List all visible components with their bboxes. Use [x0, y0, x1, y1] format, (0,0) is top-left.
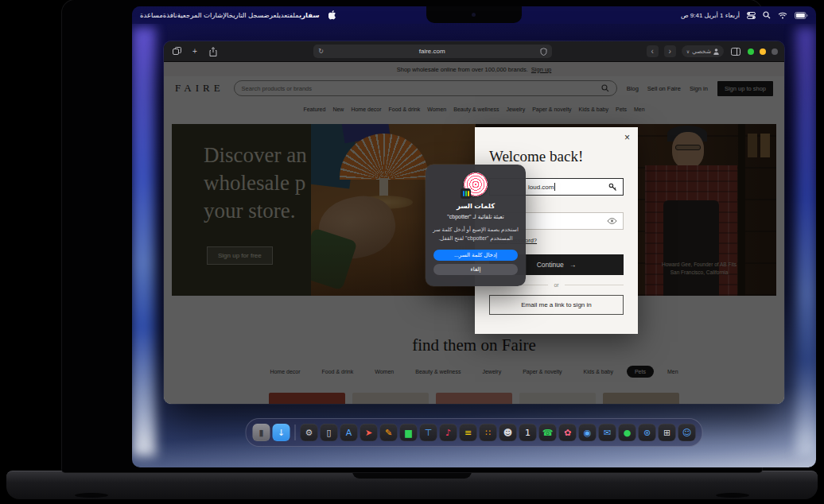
text-caret — [554, 183, 555, 191]
modal-title: Welcome back! — [489, 148, 624, 165]
traffic-light-close[interactable] — [772, 48, 778, 55]
touchid-dialog: كلمات السر تعبئة تلقائية لـ "cbpotter" ا… — [426, 165, 526, 286]
menu-bar-menus: سفاريملفتعديلعرضسجل التاريخالإشارات المر… — [140, 10, 336, 20]
safari-window: + ↻ faire.com ‹ › شخصي — [164, 41, 784, 404]
dock-icon-phone[interactable]: ☎ — [539, 424, 557, 441]
dock-separator — [295, 425, 296, 440]
laptop-foot — [716, 493, 749, 498]
dock-icon-keynote[interactable]: ⊤ — [420, 424, 437, 441]
profile-button[interactable]: شخصي ∨ — [682, 45, 724, 57]
menu-item[interactable]: نافذة — [163, 11, 177, 19]
cancel-button[interactable]: إلغاء — [433, 264, 518, 275]
url-text: faire.com — [324, 48, 540, 55]
traffic-light-zoom[interactable] — [748, 48, 754, 55]
traffic-light-minimize[interactable] — [760, 48, 766, 55]
wallpaper-streak — [132, 27, 156, 456]
dock-apps: ⚙ ▯ A ➤ ✎ ▆ ⊤ ♪ ≡ ∷ — [301, 424, 696, 441]
wallpaper-streak — [795, 27, 816, 456]
dock-icon-downloads-folder[interactable]: ↓ — [273, 424, 290, 441]
safari-toolbar: + ↻ faire.com ‹ › شخصي — [164, 41, 784, 62]
dock-icon-pages[interactable]: ✎ — [380, 424, 398, 441]
camera-dot — [472, 13, 476, 17]
camera-notch — [426, 6, 522, 23]
wifi-icon[interactable] — [778, 12, 787, 19]
dock-icon-finder[interactable]: ☺ — [678, 424, 696, 441]
laptop-foot — [75, 493, 108, 498]
dock-icon-reminders[interactable]: ∷ — [480, 424, 497, 441]
dock-icon-notes[interactable]: ≡ — [460, 424, 477, 441]
dock-icon-app-store[interactable]: A — [340, 424, 358, 441]
dock-icon-stocks[interactable]: ▆ — [400, 424, 418, 441]
dialog-body: استخدم بصمة الإصبع أو أدخل كلمة سر المست… — [426, 226, 526, 242]
email-link-button[interactable]: Email me a link to sign in — [489, 295, 624, 315]
close-icon[interactable]: × — [624, 132, 630, 143]
apple-menu-icon[interactable] — [328, 10, 336, 20]
dialog-subtitle: تعبئة تلقائية لـ "cbpotter" — [426, 214, 526, 220]
dock-icon-maps[interactable]: ◉ — [579, 424, 597, 441]
menu-item[interactable]: الإشارات المرجعية — [177, 11, 229, 19]
address-bar[interactable]: ↻ faire.com — [313, 45, 552, 58]
menu-bar-status: أربعاء 1 أبريل 9:41 ص — [681, 11, 808, 19]
laptop-base — [6, 471, 818, 499]
dock-icon-launchpad[interactable]: ⊞ — [659, 424, 676, 441]
share-icon[interactable] — [207, 45, 220, 58]
dock-icon-mail[interactable]: ✉ — [599, 424, 616, 441]
display: سفاريملفتعديلعرضسجل التاريخالإشارات المر… — [132, 6, 816, 467]
toolbar-right: ‹ › شخصي ∨ — [647, 45, 778, 58]
back-button[interactable]: ‹ — [647, 45, 659, 57]
laptop-screen-bezel: سفاريملفتعديلعرضسجل التاريخالإشارات المر… — [62, 0, 762, 472]
autofill-key-icon[interactable] — [608, 183, 617, 192]
touchid-fingerprint-icon — [464, 173, 488, 196]
extension-shield-icon[interactable] — [540, 48, 547, 56]
menu-item[interactable]: عرض — [264, 11, 277, 19]
new-tab-icon[interactable]: + — [189, 45, 201, 58]
menu-item[interactable]: سجل التاريخ — [229, 11, 264, 19]
arrow-right-icon: → — [569, 261, 577, 269]
clock[interactable]: أربعاء 1 أبريل 9:41 ص — [681, 12, 740, 19]
dock-icon-messages[interactable]: ● — [619, 424, 636, 441]
menu-item[interactable]: سفاري — [299, 11, 320, 19]
menu-item[interactable]: مساعدة — [140, 11, 163, 19]
dock-icon-music[interactable]: ♪ — [440, 424, 457, 441]
menu-item[interactable]: ملف — [290, 11, 299, 19]
dock-icon-safari[interactable]: ⊛ — [639, 424, 656, 441]
reload-icon[interactable]: ↻ — [318, 48, 324, 55]
faire-page: Shop wholesale online from over 100,000 … — [164, 62, 784, 404]
chevron-down-icon: ∨ — [686, 48, 690, 54]
show-password-eye-icon[interactable] — [607, 218, 617, 224]
control-center-icon[interactable] — [747, 12, 756, 19]
lid-groove — [352, 471, 472, 479]
sidebar-icon[interactable] — [729, 45, 742, 58]
tab-overview-icon[interactable] — [170, 45, 183, 58]
dock-icon-trash[interactable]: ▮ — [253, 424, 270, 441]
email-value: loud.com — [528, 184, 554, 191]
dock-icon-settings[interactable]: ⚙ — [301, 424, 318, 441]
dock: ▮ ↓ ⚙ ▯ A ➤ ✎ ▆ ⊤ — [246, 418, 703, 447]
menu-item[interactable]: تعديل — [277, 11, 290, 19]
battery-icon[interactable] — [795, 12, 808, 19]
macbook-screenshot: سفاريملفتعديلعرضسجل التاريخالإشارات المر… — [0, 0, 824, 504]
dock-icon-rocket[interactable]: ➤ — [360, 424, 378, 441]
dock-icon-iphone-mirroring[interactable]: ▯ — [321, 424, 338, 441]
dialog-title: كلمات السر — [426, 202, 526, 210]
dock-left: ▮ ↓ — [253, 424, 290, 441]
dock-icon-photos[interactable]: ✿ — [559, 424, 577, 441]
enter-password-button[interactable]: إدخال كلمة السر... — [433, 250, 518, 261]
dock-icon-contacts[interactable]: ☻ — [499, 424, 517, 441]
spotlight-search-icon[interactable] — [763, 11, 771, 19]
forward-button[interactable]: › — [664, 45, 676, 57]
dock-icon-calendar[interactable]: 1 — [519, 424, 537, 441]
passwords-app-badge-icon — [461, 188, 471, 199]
